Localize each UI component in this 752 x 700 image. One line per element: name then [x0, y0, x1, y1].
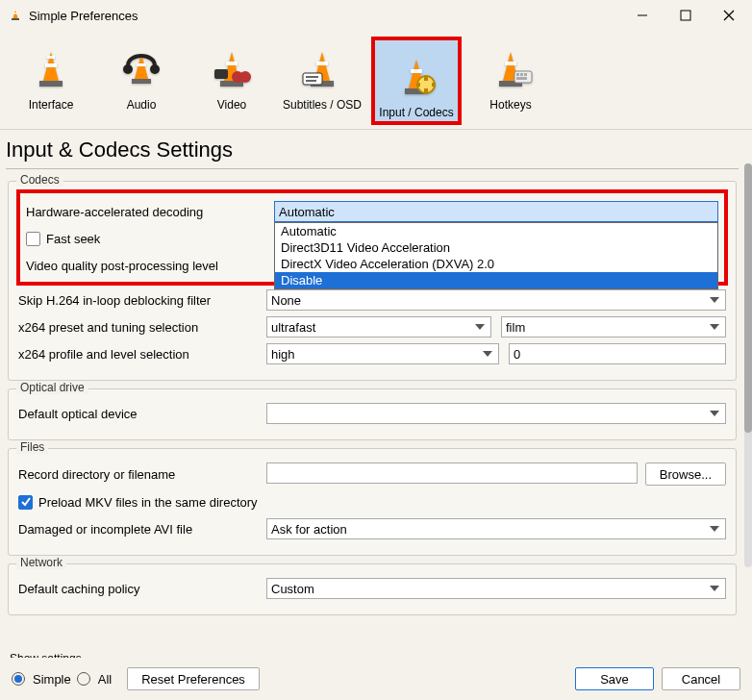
x264preset-label: x264 preset and tuning selection	[18, 320, 266, 335]
vlc-icon	[8, 8, 23, 23]
fast-seek-label: Fast seek	[46, 232, 100, 246]
x264-level-input[interactable]	[509, 343, 726, 364]
maximize-button[interactable]	[664, 0, 707, 31]
radio-all-label: All	[98, 672, 112, 687]
fast-seek-checkbox[interactable]	[26, 232, 40, 246]
tab-label: Hotkeys	[489, 98, 531, 112]
svg-rect-35	[520, 73, 523, 76]
svg-rect-14	[226, 62, 238, 65]
radio-simple-label: Simple	[33, 672, 71, 687]
svg-rect-8	[47, 56, 55, 59]
hw-decoding-dropdown: Automatic Direct3D11 Video Acceleration …	[274, 222, 718, 289]
network-fieldset: Network Default caching policy Custom	[8, 563, 737, 615]
files-legend: Files	[16, 440, 48, 454]
svg-rect-36	[524, 73, 527, 76]
svg-rect-1	[14, 10, 17, 12]
category-tabs: Interface Audio Video Subtitles / OSD In…	[0, 31, 752, 130]
skip-label: Skip H.264 in-loop deblocking filter	[18, 293, 266, 308]
svg-rect-16	[214, 69, 228, 79]
x264-profile-select[interactable]: high	[266, 343, 499, 364]
scrollbar[interactable]	[744, 163, 752, 567]
svg-rect-7	[45, 63, 57, 67]
svg-rect-21	[303, 73, 322, 85]
svg-rect-10	[137, 63, 146, 66]
tab-label: Input / Codecs	[379, 106, 453, 119]
x264profile-label: x264 profile and level selection	[18, 347, 266, 362]
tab-label: Subtitles / OSD	[283, 98, 362, 112]
dd-option-dxva2[interactable]: DirectX Video Acceleration (DXVA) 2.0	[275, 256, 717, 272]
scrollbar-thumb[interactable]	[744, 163, 752, 433]
tab-label: Audio	[127, 98, 157, 112]
optical-fieldset: Optical drive Default optical device	[8, 388, 737, 440]
record-input[interactable]	[266, 462, 638, 484]
close-button[interactable]	[707, 0, 750, 31]
svg-point-18	[239, 71, 251, 83]
preload-mkv-label: Preload MKV files in the same directory	[38, 495, 258, 510]
damaged-select[interactable]: Ask for action	[266, 518, 726, 539]
svg-rect-37	[516, 77, 527, 80]
svg-point-12	[150, 64, 160, 74]
radio-all[interactable]	[77, 672, 90, 686]
titlebar: Simple Preferences	[0, 0, 752, 31]
preload-mkv-checkbox[interactable]	[18, 495, 33, 510]
radio-simple[interactable]	[12, 672, 25, 686]
tab-audio[interactable]: Audio	[100, 37, 183, 117]
optical-default-label: Default optical device	[18, 407, 266, 421]
skip-select[interactable]: None	[266, 289, 726, 311]
svg-rect-29	[416, 83, 420, 87]
svg-rect-4	[681, 11, 690, 20]
damaged-label: Damaged or incomplete AVI file	[18, 522, 266, 537]
page-title: Input & Codecs Settings	[6, 134, 739, 169]
tab-input-codecs[interactable]: Input / Codecs	[375, 40, 458, 121]
svg-rect-9	[39, 81, 63, 87]
dd-option-automatic[interactable]: Automatic	[275, 223, 717, 239]
svg-point-11	[123, 64, 133, 74]
svg-rect-27	[424, 77, 428, 81]
x264-tune-select[interactable]: film	[501, 316, 726, 338]
save-button[interactable]: Save	[575, 667, 654, 690]
optical-default-select[interactable]	[266, 403, 726, 424]
vq-label: Video quality post-processing level	[26, 259, 274, 273]
record-label: Record directory or filename	[18, 467, 266, 482]
window-title: Simple Preferences	[29, 9, 620, 23]
svg-rect-28	[424, 88, 428, 92]
codecs-legend: Codecs	[16, 175, 63, 187]
svg-rect-34	[516, 73, 519, 76]
optical-legend: Optical drive	[16, 381, 88, 394]
reset-preferences-button[interactable]: Reset Preferences	[127, 667, 260, 690]
cancel-button[interactable]: Cancel	[662, 667, 740, 690]
tab-label: Video	[217, 98, 246, 112]
x264-preset-select[interactable]: ultrafast	[266, 316, 491, 338]
svg-rect-19	[316, 62, 328, 65]
tab-video[interactable]: Video	[190, 37, 273, 117]
tab-label: Interface	[29, 98, 74, 112]
tab-interface[interactable]: Interface	[10, 37, 92, 117]
tab-hotkeys[interactable]: Hotkeys	[469, 37, 552, 117]
svg-rect-13	[132, 79, 151, 84]
svg-rect-30	[432, 83, 436, 87]
svg-rect-2	[12, 18, 19, 20]
minimize-button[interactable]	[620, 0, 664, 31]
svg-rect-31	[505, 62, 516, 65]
dd-option-disable[interactable]: Disable	[275, 272, 717, 288]
caching-label: Default caching policy	[18, 582, 266, 596]
footer: Simple All Reset Preferences Save Cancel	[0, 658, 752, 700]
tab-subtitles[interactable]: Subtitles / OSD	[281, 37, 363, 117]
svg-rect-0	[13, 12, 17, 14]
svg-rect-24	[411, 69, 422, 73]
codecs-fieldset: Codecs Hardware-accelerated decoding Aut…	[8, 181, 737, 381]
network-legend: Network	[16, 556, 66, 569]
highlight-box: Hardware-accelerated decoding Automatic …	[16, 189, 728, 286]
hw-decoding-label: Hardware-accelerated decoding	[26, 205, 274, 219]
tab-input-codecs-highlight: Input / Codecs	[371, 37, 462, 125]
browse-button[interactable]: Browse...	[645, 462, 726, 486]
dd-option-d3d11[interactable]: Direct3D11 Video Acceleration	[275, 239, 717, 256]
files-fieldset: Files Record directory or filename Brows…	[8, 448, 737, 556]
caching-select[interactable]: Custom	[266, 578, 726, 599]
hw-decoding-select[interactable]: Automatic	[274, 201, 718, 222]
